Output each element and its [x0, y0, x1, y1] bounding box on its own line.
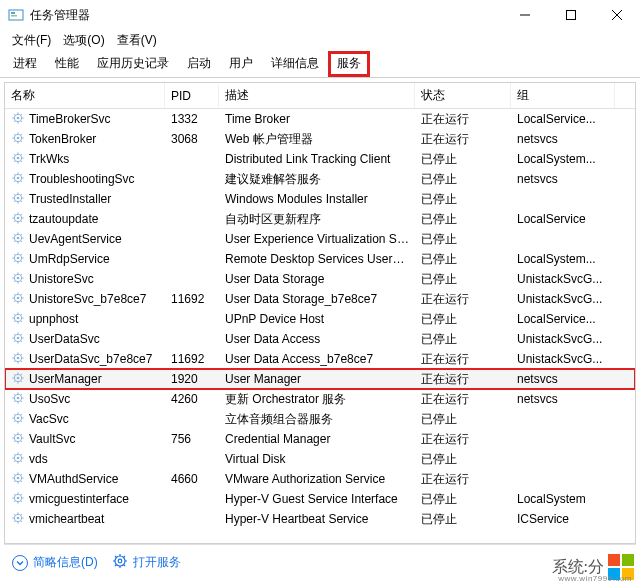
table-row[interactable]: vmicheartbeatHyper-V Heartbeat Service已停… — [5, 509, 635, 529]
menu-view[interactable]: 查看(V) — [111, 30, 163, 51]
table-row[interactable]: TrkWksDistributed Link Tracking Client已停… — [5, 149, 635, 169]
svg-line-153 — [14, 393, 15, 394]
service-icon — [11, 411, 29, 428]
cell-status: 正在运行 — [415, 390, 511, 409]
open-services-button[interactable]: 打开服务 — [112, 553, 181, 572]
svg-line-34 — [21, 160, 22, 161]
svg-line-73 — [14, 233, 15, 234]
cell-desc: Web 帐户管理器 — [219, 130, 415, 149]
svg-line-215 — [14, 520, 15, 521]
close-button[interactable] — [594, 0, 640, 30]
svg-line-105 — [14, 300, 15, 301]
cell-pid: 1920 — [165, 371, 219, 387]
app-icon — [8, 7, 24, 23]
table-row[interactable]: UserDataSvc_b7e8ce711692User Data Access… — [5, 349, 635, 369]
svg-line-213 — [14, 513, 15, 514]
svg-line-116 — [21, 313, 22, 314]
cell-status: 正在运行 — [415, 430, 511, 449]
table-row[interactable]: VacSvc立体音频组合器服务已停止 — [5, 409, 635, 429]
table-row[interactable]: TokenBroker3068Web 帐户管理器正在运行netsvcs — [5, 129, 635, 149]
cell-pid — [165, 458, 219, 460]
column-header-desc[interactable]: 描述 — [219, 83, 415, 108]
table-row[interactable]: UsoSvc4260更新 Orchestrator 服务正在运行netsvcs — [5, 389, 635, 409]
svg-line-35 — [14, 160, 15, 161]
svg-line-44 — [21, 180, 22, 181]
table-row[interactable]: vdsVirtual Disk已停止 — [5, 449, 635, 469]
svg-line-93 — [14, 273, 15, 274]
cell-group: LocalService — [511, 211, 615, 227]
svg-line-146 — [21, 373, 22, 374]
cell-name: TokenBroker — [5, 130, 165, 149]
svg-line-66 — [21, 213, 22, 214]
tab-3[interactable]: 启动 — [178, 50, 220, 77]
svg-point-98 — [17, 296, 20, 299]
cell-pid — [165, 278, 219, 280]
minimize-button[interactable] — [502, 0, 548, 30]
cell-name: tzautoupdate — [5, 210, 165, 229]
svg-rect-2 — [11, 15, 17, 17]
cell-group: LocalService... — [511, 111, 615, 127]
cell-desc: User Data Access — [219, 331, 415, 347]
svg-line-13 — [14, 113, 15, 114]
table-row[interactable]: UnistoreSvcUser Data Storage已停止UnistackS… — [5, 269, 635, 289]
column-header-pid[interactable]: PID — [165, 85, 219, 107]
tab-6[interactable]: 服务 — [328, 51, 370, 77]
svg-point-188 — [17, 476, 20, 479]
table-row[interactable]: VMAuthdService4660VMware Authorization S… — [5, 469, 635, 489]
table-row[interactable]: TrustedInstallerWindows Modules Installe… — [5, 189, 635, 209]
column-header-name[interactable]: 名称 — [5, 83, 165, 108]
svg-line-185 — [14, 460, 15, 461]
cell-group: UnistackSvcG... — [511, 271, 615, 287]
svg-line-206 — [21, 493, 22, 494]
cell-desc: Remote Desktop Services UserM... — [219, 251, 415, 267]
tab-0[interactable]: 进程 — [4, 50, 46, 77]
service-icon — [11, 231, 29, 248]
tab-4[interactable]: 用户 — [220, 50, 262, 77]
tab-1[interactable]: 性能 — [46, 50, 88, 77]
table-row[interactable]: upnphostUPnP Device Host已停止LocalService.… — [5, 309, 635, 329]
cell-status: 已停止 — [415, 230, 511, 249]
column-header-group[interactable]: 组 — [511, 83, 615, 108]
svg-line-106 — [21, 293, 22, 294]
cell-status: 已停止 — [415, 450, 511, 469]
menu-options[interactable]: 选项(O) — [57, 30, 110, 51]
table-row[interactable]: vmicguestinterfaceHyper-V Guest Service … — [5, 489, 635, 509]
svg-line-45 — [14, 180, 15, 181]
cell-status: 正在运行 — [415, 350, 511, 369]
svg-point-208 — [17, 516, 20, 519]
svg-line-103 — [14, 293, 15, 294]
cell-group: LocalService... — [511, 311, 615, 327]
table-row[interactable]: UnistoreSvc_b7e8ce711692User Data Storag… — [5, 289, 635, 309]
cell-name: upnphost — [5, 310, 165, 329]
table-row[interactable]: VaultSvc756Credential Manager正在运行 — [5, 429, 635, 449]
table-row[interactable]: UserDataSvcUser Data Access已停止UnistackSv… — [5, 329, 635, 349]
table-row[interactable]: tzautoupdate自动时区更新程序已停止LocalService — [5, 209, 635, 229]
cell-status: 正在运行 — [415, 470, 511, 489]
maximize-button[interactable] — [548, 0, 594, 30]
svg-line-223 — [115, 556, 117, 558]
svg-line-56 — [21, 193, 22, 194]
service-icon — [11, 111, 29, 128]
menu-file[interactable]: 文件(F) — [6, 30, 57, 51]
cell-pid — [165, 518, 219, 520]
svg-line-226 — [123, 556, 125, 558]
column-header-status[interactable]: 状态 — [415, 83, 511, 108]
cell-name: VMAuthdService — [5, 470, 165, 489]
table-row[interactable]: UevAgentServiceUser Experience Virtualiz… — [5, 229, 635, 249]
table-row[interactable]: UmRdpServiceRemote Desktop Services User… — [5, 249, 635, 269]
cell-name: UnistoreSvc — [5, 270, 165, 289]
table-row[interactable]: UserManager1920User Manager正在运行netsvcs — [5, 369, 635, 389]
table-row[interactable]: TroubleshootingSvc建议疑难解答服务已停止netsvcs — [5, 169, 635, 189]
svg-line-23 — [14, 133, 15, 134]
cell-status: 正在运行 — [415, 290, 511, 309]
cell-desc: 建议疑难解答服务 — [219, 170, 415, 189]
tab-5[interactable]: 详细信息 — [262, 50, 328, 77]
cell-pid: 1332 — [165, 111, 219, 127]
svg-point-88 — [17, 276, 20, 279]
cell-pid: 4260 — [165, 391, 219, 407]
tab-2[interactable]: 应用历史记录 — [88, 50, 178, 77]
cell-group: LocalSystem... — [511, 251, 615, 267]
table-row[interactable]: TimeBrokerSvc1332Time Broker正在运行LocalSer… — [5, 109, 635, 129]
brief-info-button[interactable]: 简略信息(D) — [12, 554, 98, 571]
svg-line-115 — [14, 320, 15, 321]
